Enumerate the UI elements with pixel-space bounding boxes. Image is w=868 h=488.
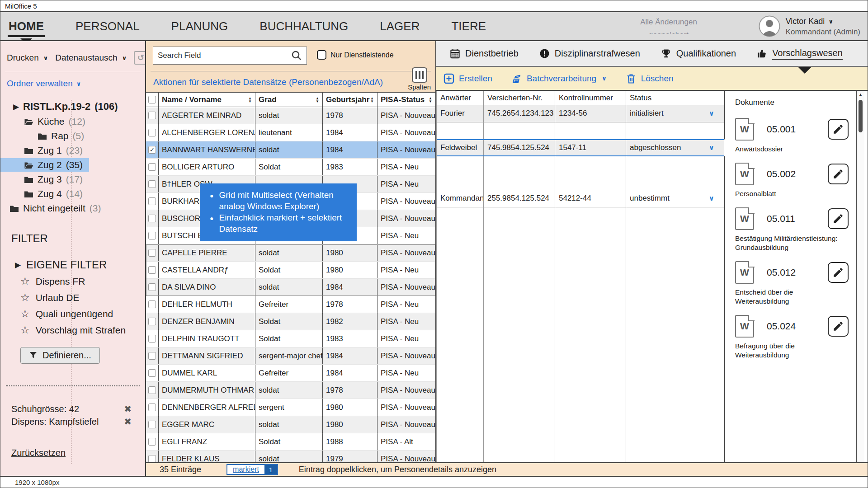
star-icon[interactable]: ☆: [20, 308, 30, 320]
drucken-menu[interactable]: Drucken: [7, 53, 39, 63]
search-input[interactable]: [158, 51, 291, 60]
scroll-up-icon[interactable]: ▲: [857, 92, 864, 97]
detail-row[interactable]: ∨: [437, 292, 724, 310]
row-checkbox[interactable]: ✓: [148, 180, 156, 188]
edit-document-button[interactable]: [828, 208, 849, 229]
column-header-grad[interactable]: Grad ▲▼: [255, 93, 323, 107]
row-checkbox[interactable]: ✓: [148, 197, 156, 205]
status-dropdown-chevron[interactable]: ∨: [709, 109, 721, 117]
table-row[interactable]: ✓ DENZER BENJAMIN Soldat 1982 PISA - Neu: [146, 313, 435, 330]
detail-row[interactable]: ∨: [437, 394, 724, 411]
erstellen-button[interactable]: Erstellen: [443, 73, 492, 84]
word-doc-icon[interactable]: W: [735, 163, 754, 185]
detail-row[interactable]: Feldweibel 745.9854.125.524 1547-11 abge…: [437, 139, 724, 156]
row-checkbox[interactable]: ✓: [148, 129, 156, 136]
sort-icon[interactable]: ▲▼: [429, 97, 432, 103]
row-checkbox[interactable]: ✓: [148, 404, 156, 411]
aktionen-link[interactable]: Aktionen für selektierte Datensätze (Per…: [153, 77, 383, 87]
scrollbar-thumb[interactable]: [859, 100, 863, 132]
table-row[interactable]: ✓ ALCHENBERGER LORENZ lieutenant 1984 PI…: [146, 124, 435, 141]
row-checkbox[interactable]: ✓: [148, 318, 156, 325]
star-icon[interactable]: ☆: [20, 291, 30, 304]
edit-document-button[interactable]: [828, 164, 849, 184]
tree-item-nicht-eingeteilt[interactable]: Nicht eingeteilt (3): [0, 202, 107, 215]
table-row[interactable]: ✓ DENNENBERGER ALFRED sergent 1980 PISA …: [146, 399, 435, 416]
detail-row[interactable]: Fourier 745.2654.1234.123 1234-56 initia…: [437, 105, 724, 122]
detail-row[interactable]: ∨: [437, 224, 724, 241]
detail-row[interactable]: ∨: [437, 377, 724, 394]
row-checkbox[interactable]: ✓: [148, 163, 156, 171]
column-header-geburtsjahr[interactable]: Geburtsjahr ▲▼: [323, 93, 377, 107]
tab-dienstbetrieb[interactable]: Dienstbetrieb: [450, 41, 519, 66]
table-row[interactable]: ✓ EGGER MARC soldat 1980 PISA - Nouveau: [146, 416, 435, 433]
row-checkbox[interactable]: ✓: [148, 455, 156, 462]
detail-row[interactable]: ∨: [437, 309, 724, 326]
nav-item-planung[interactable]: PLANUNG: [171, 19, 228, 33]
table-row[interactable]: ✓ DETTMANN SIGFRIED sergent-major chef 1…: [146, 347, 435, 365]
caret-right-icon[interactable]: ▶: [15, 260, 21, 270]
table-row[interactable]: ✓ DA SILVA DINO soldat 1984 PISA - Nouve…: [146, 279, 435, 296]
row-checkbox[interactable]: ✓: [148, 266, 156, 274]
row-checkbox[interactable]: ✓: [148, 300, 156, 308]
tab-vorschlagswesen[interactable]: Vorschlagswesen: [757, 41, 843, 66]
tree-item-kueche[interactable]: Küche (12): [0, 115, 92, 128]
edit-document-button[interactable]: [828, 262, 849, 283]
detail-row[interactable]: ∨: [437, 411, 724, 428]
tree-item-root[interactable]: ▶ RISTL.Kp.19-2 (106): [0, 99, 124, 114]
datenaustausch-menu[interactable]: Datenaustausch: [55, 53, 117, 63]
detail-row[interactable]: ∨: [437, 241, 724, 258]
table-row[interactable]: ✓ CASTELLA ANDRƒ Soldat 1980 PISA - Neu: [146, 262, 435, 279]
row-checkbox[interactable]: ✓: [148, 386, 156, 394]
tab-qualifikationen[interactable]: Qualifikationen: [661, 41, 736, 66]
detail-row[interactable]: ∨: [437, 156, 724, 174]
spalten-button[interactable]: [412, 67, 427, 83]
tree-item-zug3[interactable]: Zug 3 (17): [0, 173, 89, 186]
row-checkbox[interactable]: ✓: [148, 232, 156, 239]
row-checkbox[interactable]: ✓: [148, 249, 156, 257]
column-header-pisa-status[interactable]: PISA-Status ▲▼: [377, 93, 435, 107]
checkbox-icon[interactable]: [317, 50, 326, 60]
ordner-verwalten-link[interactable]: Ordner verwalten ∨: [0, 72, 145, 89]
nav-item-home[interactable]: HOME: [9, 19, 44, 33]
filter-item-urlaub-de[interactable]: ☆ Urlaub DE: [0, 291, 145, 304]
row-checkbox[interactable]: ✓: [148, 352, 156, 360]
detail-row[interactable]: ∨: [437, 428, 724, 446]
filter-item-dispens-fr[interactable]: ☆ Dispens FR: [0, 275, 145, 287]
detail-row[interactable]: ∨: [437, 326, 724, 343]
tree-item-rap[interactable]: Rap (5): [0, 129, 90, 143]
eigene-filter-group[interactable]: ▶ EIGENE FILTER: [0, 258, 145, 271]
detail-row[interactable]: ∨: [437, 122, 724, 140]
select-all-checkbox[interactable]: [148, 96, 156, 103]
caret-right-icon[interactable]: ▶: [13, 102, 19, 112]
status-dropdown-chevron[interactable]: ∨: [709, 194, 721, 202]
word-doc-icon[interactable]: W: [735, 261, 754, 284]
sort-icon[interactable]: ▲▼: [370, 97, 374, 103]
word-doc-icon[interactable]: W: [735, 118, 754, 141]
table-row[interactable]: ✓ FELDER KLAUS soldat 1979 PISA - Nouvea…: [146, 450, 435, 462]
filter-item-quali[interactable]: ☆ Quali ungenügend: [0, 308, 145, 320]
row-checkbox[interactable]: ✓: [148, 283, 156, 291]
star-icon[interactable]: ☆: [20, 275, 30, 287]
tab-disziplinarstrafwesen[interactable]: Disziplinarstrafwesen: [539, 41, 640, 66]
status-dropdown-chevron[interactable]: ∨: [709, 144, 721, 152]
row-checkbox[interactable]: ✓: [148, 421, 156, 428]
detail-row[interactable]: ∨: [437, 445, 724, 462]
nur-dienstleistende-checkbox[interactable]: Nur Dienstleistende: [317, 50, 394, 60]
nav-item-buchhaltung[interactable]: BUCHHALTUNG: [259, 19, 348, 33]
sort-icon[interactable]: ▲▼: [248, 97, 252, 103]
scrollbar[interactable]: ▲: [856, 91, 864, 462]
marked-label[interactable]: markiert: [227, 465, 264, 474]
tree-item-zug1[interactable]: Zug 1 (23): [0, 144, 89, 157]
detail-row[interactable]: ∨: [437, 275, 724, 292]
row-checkbox[interactable]: ✓: [148, 146, 156, 154]
detail-row[interactable]: ∨: [437, 174, 724, 191]
row-checkbox[interactable]: ✓: [148, 438, 156, 446]
row-checkbox[interactable]: ✓: [148, 369, 156, 377]
edit-document-button[interactable]: [828, 119, 849, 140]
nav-item-lager[interactable]: LAGER: [380, 19, 420, 33]
detail-row[interactable]: ∨: [437, 343, 724, 361]
nav-item-tiere[interactable]: TIERE: [451, 19, 486, 33]
detail-row[interactable]: Kommandant 255.9854.125.524 54212-44 unb…: [437, 190, 724, 207]
table-row[interactable]: ✓ BANNWART HANSWERNER soldat 1984 PISA -…: [146, 141, 435, 159]
table-row[interactable]: ✓ EGLI FRANZ Soldat 1988 PISA - Alt: [146, 433, 435, 450]
